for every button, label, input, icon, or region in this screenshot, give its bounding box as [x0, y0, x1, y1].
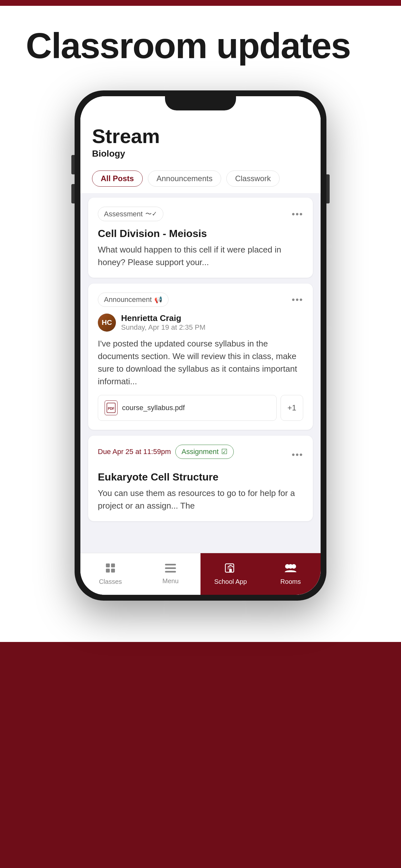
- cards-area: Assessment 〜✓ ••• Cell Division - Meiosi…: [81, 193, 320, 526]
- card-header-announcement: Announcement 📢 •••: [98, 292, 303, 307]
- assessment-icon: 〜✓: [145, 210, 157, 218]
- assignment-card[interactable]: Due Apr 25 at 11:59pm Assignment ☑ ••• E…: [88, 436, 313, 521]
- author-info: Henrietta Craig Sunday, Apr 19 at 2:35 P…: [121, 313, 205, 332]
- author-name: Henrietta Craig: [121, 313, 205, 323]
- card-header-assessment: Assessment 〜✓ •••: [98, 207, 303, 221]
- svg-rect-4: [106, 569, 110, 572]
- phone-mockup: Stream Biology All Posts Announcements C…: [74, 90, 327, 600]
- assessment-card[interactable]: Assessment 〜✓ ••• Cell Division - Meiosi…: [88, 197, 313, 278]
- announcement-badge: Announcement 📢: [98, 292, 168, 307]
- pdf-icon: PDF: [104, 400, 118, 415]
- avatar: HC: [98, 314, 116, 332]
- due-assignment-row: Due Apr 25 at 11:59pm Assignment ☑: [98, 445, 234, 459]
- nav-classes[interactable]: Classes: [81, 553, 141, 595]
- due-label: Due Apr 25 at 11:59pm: [98, 447, 171, 456]
- assignment-more-button[interactable]: •••: [292, 450, 303, 460]
- screen-content: Stream Biology All Posts Announcements C…: [81, 96, 320, 595]
- card-header-assignment: Due Apr 25 at 11:59pm Assignment ☑ •••: [98, 445, 303, 465]
- assessment-title: Cell Division - Meiosis: [98, 228, 303, 240]
- menu-label: Menu: [162, 578, 179, 585]
- nav-rooms[interactable]: Rooms: [260, 553, 320, 595]
- rooms-icon: [284, 562, 297, 576]
- menu-icon: [165, 563, 176, 576]
- attachment-name: course_syllabus.pdf: [122, 404, 185, 412]
- side-button-volume-up: [71, 155, 74, 175]
- assignment-body: You can use them as resources to go to f…: [98, 487, 303, 512]
- announcement-more-button[interactable]: •••: [292, 294, 303, 305]
- assessment-body: What would happen to this cell if it wer…: [98, 244, 303, 269]
- attachment-count[interactable]: +1: [281, 395, 303, 421]
- filter-tabs: All Posts Announcements Classwork: [81, 165, 320, 193]
- assessment-badge-label: Assessment: [104, 210, 143, 218]
- svg-rect-3: [111, 563, 115, 567]
- side-button-volume-down: [71, 184, 74, 204]
- stream-subtitle: Biology: [92, 149, 309, 159]
- school-app-label: School App: [214, 578, 247, 585]
- announcement-badge-label: Announcement: [104, 296, 152, 304]
- svg-rect-6: [165, 564, 176, 565]
- phone-notch: [165, 96, 236, 111]
- assessment-more-button[interactable]: •••: [292, 209, 303, 219]
- top-bar: [0, 0, 401, 6]
- assignment-title: Eukaryote Cell Structure: [98, 471, 303, 483]
- author-row: HC Henrietta Craig Sunday, Apr 19 at 2:3…: [98, 313, 303, 332]
- svg-rect-8: [165, 571, 176, 572]
- attachment-row: PDF course_syllabus.pdf +1: [98, 395, 303, 421]
- tab-announcements[interactable]: Announcements: [148, 170, 221, 187]
- page-title: Classroom updates: [26, 26, 350, 66]
- announcement-body: I've posted the updated course syllabus …: [98, 337, 303, 388]
- svg-point-14: [288, 564, 293, 569]
- phone-screen: Stream Biology All Posts Announcements C…: [81, 96, 320, 595]
- scroll-area: Stream Biology All Posts Announcements C…: [81, 116, 320, 553]
- stream-header: Stream Biology: [81, 116, 320, 165]
- rooms-label: Rooms: [280, 578, 301, 585]
- bg-dark-red: [0, 642, 401, 868]
- svg-rect-5: [111, 569, 115, 572]
- school-app-icon: [225, 562, 236, 576]
- svg-rect-11: [227, 566, 231, 569]
- svg-text:PDF: PDF: [108, 407, 114, 410]
- svg-rect-2: [106, 563, 110, 567]
- classes-icon: [105, 562, 116, 576]
- bottom-nav: Classes Menu: [81, 553, 320, 595]
- nav-school-app[interactable]: School App: [201, 553, 260, 595]
- attachment-file[interactable]: PDF course_syllabus.pdf: [98, 395, 277, 421]
- stream-title: Stream: [92, 125, 309, 147]
- nav-menu[interactable]: Menu: [141, 553, 201, 595]
- tab-all-posts[interactable]: All Posts: [92, 170, 143, 187]
- phone-frame: Stream Biology All Posts Announcements C…: [74, 90, 327, 600]
- announcement-icon: 📢: [154, 296, 162, 304]
- assignment-badge-label: Assignment: [181, 447, 219, 456]
- assignment-badge: Assignment ☑: [175, 445, 234, 459]
- assignment-check-icon: ☑: [221, 447, 227, 456]
- assessment-badge: Assessment 〜✓: [98, 207, 163, 221]
- classes-label: Classes: [99, 578, 122, 585]
- announcement-card[interactable]: Announcement 📢 ••• HC Henriett: [88, 283, 313, 430]
- tab-classwork[interactable]: Classwork: [226, 170, 280, 187]
- side-button-power: [327, 175, 330, 204]
- svg-rect-7: [165, 567, 176, 569]
- avatar-image: HC: [98, 314, 116, 332]
- author-date: Sunday, Apr 19 at 2:35 PM: [121, 323, 205, 332]
